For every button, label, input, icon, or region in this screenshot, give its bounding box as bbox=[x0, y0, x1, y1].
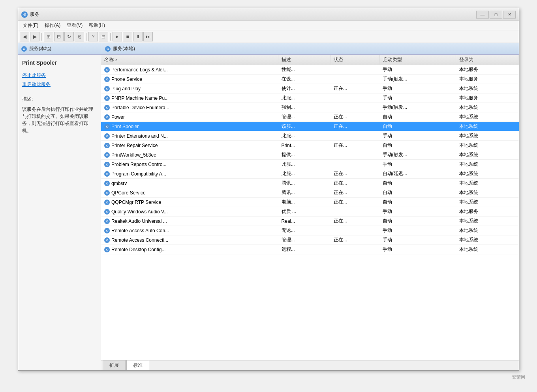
table-row[interactable]: ⚙PNRP Machine Name Pu...此服...手动本地服务 bbox=[101, 93, 519, 103]
main-window: ⚙ 服务 — □ ✕ 文件(F) 操作(A) 查看(V) 帮助(H) ◀ ▶ ⊞… bbox=[18, 8, 519, 371]
service-name-cell: ⚙Print Spooler bbox=[101, 122, 278, 131]
service-name-cell: ⚙Plug and Play bbox=[101, 84, 278, 93]
sort-indicator: ∧ bbox=[115, 58, 118, 62]
right-panel: ⚙ 服务(本地) 名称 ∧ 描述 状态 启动类型 登 bbox=[101, 43, 519, 370]
right-panel-icon: ⚙ bbox=[105, 46, 111, 52]
service-name-cell: ⚙Remote Desktop Config... bbox=[101, 245, 278, 254]
table-row[interactable]: ⚙Remote Access Connecti...管理...正在...手动本地… bbox=[101, 235, 519, 245]
table-row[interactable]: ⚙Quality Windows Audio V...优质 ...手动本地服务 bbox=[101, 207, 519, 217]
close-button[interactable]: ✕ bbox=[503, 11, 516, 19]
service-startup-cell: 手动(触发... bbox=[379, 103, 456, 112]
minimize-button[interactable]: — bbox=[476, 11, 489, 19]
maximize-button[interactable]: □ bbox=[490, 11, 502, 19]
table-row[interactable]: ⚙Program Compatibility A...此服...正在...自动(… bbox=[101, 169, 519, 179]
table-row[interactable]: ⚙Realtek Audio Universal ...Real...正在...… bbox=[101, 217, 519, 226]
resume-button[interactable]: ⏭ bbox=[143, 32, 153, 41]
service-logon-cell: 本地系统 bbox=[456, 169, 519, 179]
table-row[interactable]: ⚙PrintWorkflow_5b3ec提供...手动(触发...本地系统 bbox=[101, 150, 519, 160]
service-status-cell bbox=[330, 103, 379, 112]
pause-button[interactable]: ⏸ bbox=[133, 32, 143, 41]
table-row[interactable]: ⚙Remote Desktop Config...远程...手动本地系统 bbox=[101, 245, 519, 254]
col-logon[interactable]: 登录为 bbox=[456, 55, 519, 65]
table-row[interactable]: ⚙Remote Access Auto Con...无论...手动本地系统 bbox=[101, 226, 519, 235]
table-row[interactable]: ⚙Performance Logs & Aler...性能...手动本地服务 bbox=[101, 65, 519, 75]
table-row[interactable]: ⚙Print Spooler该服...正在...自动本地系统 bbox=[101, 122, 519, 131]
table-row[interactable]: ⚙QQPCMgr RTP Service电脑...正在...自动本地系统 bbox=[101, 198, 519, 207]
service-logon-cell: 本地系统 bbox=[456, 141, 519, 150]
service-logon-cell: 本地系统 bbox=[456, 122, 519, 131]
col-desc-label: 描述 bbox=[282, 57, 291, 62]
left-panel-content: Print Spooler 停止此服务 重启动此服务 描述: 该服务在后台执行打… bbox=[18, 55, 101, 370]
restart-service-link[interactable]: 重启动此服务 bbox=[22, 81, 97, 88]
left-panel-title: 服务(本地) bbox=[29, 45, 51, 52]
table-row[interactable]: ⚙Printer Extensions and N...此服...手动本地系统 bbox=[101, 131, 519, 141]
service-startup-cell: 自动 bbox=[379, 141, 456, 150]
service-logon-cell: 本地系统 bbox=[456, 160, 519, 169]
show-tree-button[interactable]: ⊞ bbox=[44, 32, 53, 41]
service-status-cell: 正在... bbox=[330, 235, 379, 245]
export-button[interactable]: ⎘ bbox=[75, 32, 84, 41]
show-tree-button-2[interactable]: ⊟ bbox=[54, 32, 64, 41]
table-row[interactable]: ⚙qmbsrv腾讯...正在...自动本地系统 bbox=[101, 179, 519, 188]
service-status-cell bbox=[330, 226, 379, 235]
service-status-cell bbox=[330, 245, 379, 254]
service-desc-cell: 远程... bbox=[278, 245, 330, 254]
service-startup-cell: 自动 bbox=[379, 217, 456, 226]
table-row[interactable]: ⚙Power管理...正在...自动本地系统 bbox=[101, 112, 519, 122]
title-bar: ⚙ 服务 — □ ✕ bbox=[18, 8, 519, 21]
table-row[interactable]: ⚙Plug and Play使计...正在...手动本地系统 bbox=[101, 84, 519, 93]
services-table-container[interactable]: 名称 ∧ 描述 状态 启动类型 登录为 ⚙Performance Logs & … bbox=[101, 55, 519, 360]
service-name-cell: ⚙PNRP Machine Name Pu... bbox=[101, 93, 278, 103]
service-status-cell: 正在... bbox=[330, 112, 379, 122]
menu-action[interactable]: 操作(A) bbox=[41, 21, 64, 30]
toolbar-separator-3 bbox=[110, 33, 111, 41]
grid-button[interactable]: ⊟ bbox=[99, 32, 108, 41]
service-logon-cell: 本地服务 bbox=[456, 93, 519, 103]
service-desc-cell: 此服... bbox=[278, 93, 330, 103]
forward-button[interactable]: ▶ bbox=[30, 32, 39, 41]
service-desc-cell: 优质 ... bbox=[278, 207, 330, 217]
service-status-cell bbox=[330, 160, 379, 169]
refresh-button[interactable]: ↻ bbox=[64, 32, 74, 41]
stop-service-link[interactable]: 停止此服务 bbox=[22, 72, 97, 79]
service-desc-cell: Real... bbox=[278, 217, 330, 226]
tab-standard[interactable]: 标准 bbox=[126, 360, 149, 370]
service-status-cell bbox=[330, 207, 379, 217]
service-logon-cell: 本地系统 bbox=[456, 103, 519, 112]
table-row[interactable]: ⚙Phone Service在设...手动(触发...本地服务 bbox=[101, 75, 519, 84]
back-button[interactable]: ◀ bbox=[20, 32, 29, 41]
help-button[interactable]: ? bbox=[88, 32, 98, 41]
play-button[interactable]: ► bbox=[113, 32, 122, 41]
service-logon-cell: 本地系统 bbox=[456, 150, 519, 160]
service-name-cell: ⚙Problem Reports Contro... bbox=[101, 160, 278, 169]
table-row[interactable]: ⚙QPCore Service腾讯...正在...自动本地系统 bbox=[101, 188, 519, 198]
service-logon-cell: 本地系统 bbox=[456, 179, 519, 188]
service-name-cell: ⚙Portable Device Enumera... bbox=[101, 103, 278, 112]
menu-help[interactable]: 帮助(H) bbox=[86, 21, 108, 30]
menu-view[interactable]: 查看(V) bbox=[64, 21, 86, 30]
service-status-cell: 正在... bbox=[330, 179, 379, 188]
service-status-cell bbox=[330, 65, 379, 75]
col-status[interactable]: 状态 bbox=[330, 55, 379, 65]
col-name[interactable]: 名称 ∧ bbox=[101, 55, 278, 65]
stop-button[interactable]: ■ bbox=[123, 32, 132, 41]
service-desc-cell: 强制... bbox=[278, 103, 330, 112]
service-name-cell: ⚙Remote Access Auto Con... bbox=[101, 226, 278, 235]
table-row[interactable]: ⚙Printer Repair ServicePrint...正在...自动本地… bbox=[101, 141, 519, 150]
table-row[interactable]: ⚙Portable Device Enumera...强制...手动(触发...… bbox=[101, 103, 519, 112]
table-row[interactable]: ⚙Problem Reports Contro...此服...手动本地系统 bbox=[101, 160, 519, 169]
services-table: 名称 ∧ 描述 状态 启动类型 登录为 ⚙Performance Logs & … bbox=[101, 55, 519, 254]
col-desc[interactable]: 描述 bbox=[278, 55, 330, 65]
left-panel-icon: ⚙ bbox=[21, 46, 27, 52]
col-name-label: 名称 bbox=[104, 57, 114, 62]
description-section: 描述: 该服务在后台执行打印作业并处理与打印机的交互。如果关闭该服务，则无法进行… bbox=[22, 96, 97, 134]
service-startup-cell: 手动(触发... bbox=[379, 150, 456, 160]
service-desc-cell: 此服... bbox=[278, 160, 330, 169]
col-startup[interactable]: 启动类型 bbox=[379, 55, 456, 65]
title-bar-left: ⚙ 服务 bbox=[21, 11, 39, 18]
menu-file[interactable]: 文件(F) bbox=[20, 21, 41, 30]
col-logon-label: 登录为 bbox=[459, 57, 473, 62]
menu-bar: 文件(F) 操作(A) 查看(V) 帮助(H) bbox=[18, 21, 519, 30]
tab-extended[interactable]: 扩展 bbox=[103, 360, 126, 370]
service-logon-cell: 本地系统 bbox=[456, 188, 519, 198]
